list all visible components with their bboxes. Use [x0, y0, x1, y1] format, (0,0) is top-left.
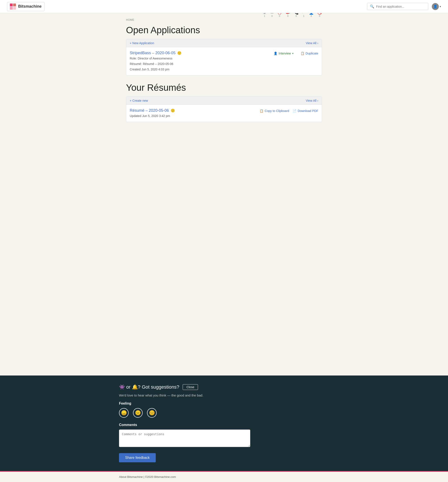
- search-icon: 🔍: [370, 4, 374, 8]
- search-box[interactable]: 🔍: [367, 3, 428, 10]
- create-new-button[interactable]: + Create new: [130, 99, 148, 102]
- feedback-close-button[interactable]: Close: [183, 384, 198, 390]
- interview-chevron-icon: ▾: [292, 52, 294, 55]
- resume-name: Résumé – 2020-05-06: [130, 108, 169, 113]
- svg-rect-0: [10, 3, 13, 6]
- resume-emoji: 🙂: [171, 109, 175, 113]
- new-application-button[interactable]: + New Application: [130, 41, 154, 45]
- logo-text: Bitsmachine: [18, 4, 41, 9]
- feedback-title-text: Got suggestions?: [142, 384, 179, 390]
- application-created: Created Jun 5, 2020 4:03 pm: [130, 67, 182, 72]
- chevron-down-icon: ▾: [440, 5, 441, 8]
- main-content: HOME Open Applications 📅 1 ✉ 0 ⏰ 0 📣 0 📞: [119, 13, 329, 376]
- happy-icon: 😊: [149, 410, 155, 416]
- comments-section: Comments: [119, 423, 329, 448]
- resume-info: Résumé – 2020-05-06 🙂 Updated Jun 5, 202…: [130, 108, 175, 118]
- application-name: StripedBass – 2020-06-05: [130, 51, 176, 55]
- resumes-toolbar: + Create new View All ›: [126, 97, 322, 105]
- application-role: Role: Director of Awesomeness: [130, 56, 182, 61]
- svg-rect-1: [13, 3, 16, 6]
- user-icon: 👤: [433, 4, 438, 8]
- interview-button[interactable]: 👤 Interview ▾: [274, 52, 294, 55]
- breadcrumb: HOME: [126, 18, 322, 21]
- feedback-title-row: 👾 or 🔔? Got suggestions? Close: [119, 384, 329, 390]
- feedback-title: 👾 or 🔔? Got suggestions?: [119, 384, 179, 390]
- open-applications-card: + New Application View All › StripedBass…: [126, 39, 322, 75]
- resume-updated: Updated Jun 5, 2020 3:42 pm: [130, 114, 175, 118]
- application-emoji: 🙂: [177, 51, 182, 55]
- user-avatar[interactable]: 👤 ▾: [432, 3, 441, 10]
- neutral-icon: 😐: [135, 410, 141, 416]
- sad-icon: 😞: [121, 410, 127, 416]
- application-info: StripedBass – 2020-06-05 🙂 Role: Directo…: [130, 51, 182, 72]
- feeling-happy-button[interactable]: 😊: [147, 408, 157, 418]
- comments-textarea[interactable]: [119, 429, 250, 447]
- person-green-icon: 👤: [274, 52, 277, 55]
- resume-link[interactable]: Résumé – 2020-05-06: [130, 108, 169, 113]
- application-resume: Résumé: Résumé – 2020-05-06: [130, 62, 182, 66]
- duplicate-button[interactable]: 📋 Duplicate: [301, 52, 318, 55]
- search-input[interactable]: [376, 5, 425, 8]
- feedback-title-icons: 👾 or 🔔?: [119, 384, 140, 390]
- open-applications-toolbar: + New Application View All ›: [126, 39, 322, 47]
- resume-row: Résumé – 2020-05-06 🙂 Updated Jun 5, 202…: [126, 105, 322, 122]
- open-applications-title: Open Applications: [126, 25, 200, 35]
- page-footer-inner: About Bitsmachine | ©2020 Bitsmachine.co…: [119, 475, 329, 479]
- download-pdf-button[interactable]: 📄 Download PDF: [293, 109, 318, 113]
- your-resumes-title: Your Résumés: [126, 82, 322, 93]
- feedback-section: 👾 or 🔔? Got suggestions? Close We'd love…: [0, 376, 448, 471]
- svg-rect-2: [10, 7, 13, 10]
- copy-to-clipboard-button[interactable]: 📋 Copy to Clipboard: [260, 109, 289, 113]
- feedback-subtitle: We'd love to hear what you think — the g…: [119, 394, 329, 397]
- resumes-view-all[interactable]: View All ›: [306, 99, 318, 102]
- application-actions: 👤 Interview ▾ 📋 Duplicate: [274, 52, 318, 55]
- feeling-label: Feeling: [119, 402, 329, 405]
- application-link[interactable]: StripedBass – 2020-06-05: [130, 51, 176, 55]
- header-right: 🔍 👤 ▾: [367, 3, 441, 10]
- clipboard-icon: 📋: [260, 109, 263, 113]
- logo[interactable]: Bitsmachine: [7, 2, 44, 11]
- feeling-neutral-button[interactable]: 😐: [133, 408, 143, 418]
- feeling-row: 😞 😐 😊: [119, 408, 329, 418]
- avatar-circle: 👤: [432, 3, 439, 10]
- duplicate-icon: 📋: [301, 52, 304, 55]
- feedback-inner: 👾 or 🔔? Got suggestions? Close We'd love…: [119, 384, 329, 462]
- header: Bitsmachine 🔍 👤 ▾: [0, 0, 448, 13]
- svg-rect-3: [13, 7, 16, 10]
- application-row: StripedBass – 2020-06-05 🙂 Role: Directo…: [126, 47, 322, 75]
- resume-actions: 📋 Copy to Clipboard 📄 Download PDF: [260, 109, 318, 113]
- pdf-icon: 📄: [293, 109, 296, 113]
- open-applications-view-all[interactable]: View All ›: [306, 41, 318, 45]
- comments-label: Comments: [119, 423, 329, 427]
- your-resumes-card: + Create new View All › Résumé – 2020-05…: [126, 96, 322, 122]
- footer-text: About Bitsmachine | ©2020 Bitsmachine.co…: [119, 475, 176, 479]
- page-footer: About Bitsmachine | ©2020 Bitsmachine.co…: [0, 471, 448, 482]
- share-feedback-button[interactable]: Share feedback: [119, 453, 156, 462]
- open-apps-header-row: Open Applications 📅 1 ✉ 0 ⏰ 0 📣 0 📞 0: [126, 23, 322, 39]
- logo-icon: [10, 3, 16, 10]
- feeling-sad-button[interactable]: 😞: [119, 408, 129, 418]
